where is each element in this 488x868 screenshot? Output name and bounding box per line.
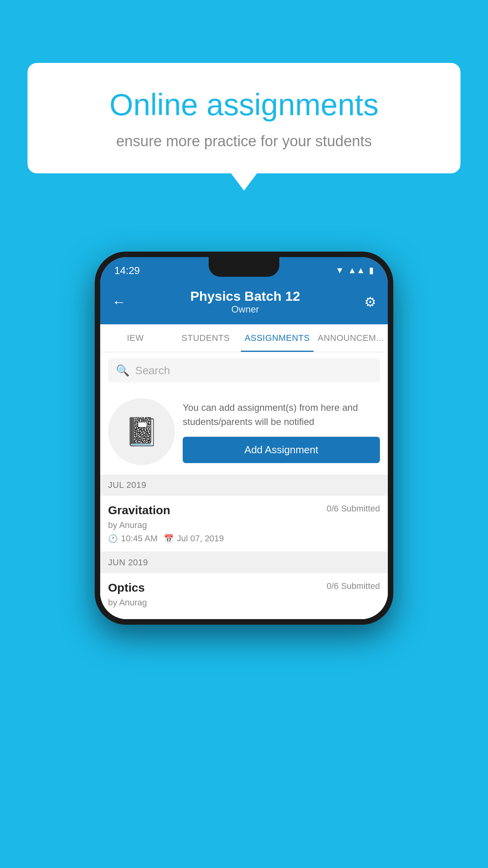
promo-description: You can add assignment(s) from here and … xyxy=(183,401,380,429)
tab-announcements[interactable]: ANNOUNCEM... xyxy=(314,324,388,352)
tab-iew[interactable]: IEW xyxy=(100,324,171,352)
search-input[interactable]: Search xyxy=(135,364,170,377)
tabs-bar: IEW STUDENTS ASSIGNMENTS ANNOUNCEM... xyxy=(100,324,388,352)
assignment-time: 🕐 10:45 AM xyxy=(108,533,158,544)
clock-icon: 🕐 xyxy=(108,534,118,543)
section-header-jul: JUL 2019 xyxy=(100,474,388,496)
content-area: 🔍 Search 📓 You can add assignment(s) fro… xyxy=(100,352,388,619)
search-box[interactable]: 🔍 Search xyxy=(108,359,380,383)
assignment-header: Gravitation 0/6 Submitted xyxy=(108,504,380,517)
assignment-title: Gravitation xyxy=(108,504,170,517)
speech-bubble-container: Online assignments ensure more practice … xyxy=(28,63,460,173)
bubble-subtitle: ensure more practice for your students xyxy=(55,133,433,150)
assignment-title-optics: Optics xyxy=(108,581,145,594)
tab-assignments[interactable]: ASSIGNMENTS xyxy=(241,324,314,352)
app-bar: ← Physics Batch 12 Owner ⚙ xyxy=(100,281,388,324)
app-bar-title: Physics Batch 12 xyxy=(190,289,300,304)
notebook-icon: 📓 xyxy=(125,416,159,448)
promo-card: 📓 You can add assignment(s) from here an… xyxy=(100,389,388,474)
assignment-item-optics[interactable]: Optics 0/6 Submitted by Anurag xyxy=(100,573,388,619)
assignment-header-optics: Optics 0/6 Submitted xyxy=(108,581,380,594)
assignment-by: by Anurag xyxy=(108,520,380,530)
assignment-by-optics: by Anurag xyxy=(108,598,380,608)
status-icons: ▼ ▲▲ ▮ xyxy=(336,265,374,276)
promo-icon-circle: 📓 xyxy=(108,398,175,465)
search-icon: 🔍 xyxy=(116,364,130,377)
app-bar-center: Physics Batch 12 Owner xyxy=(190,289,300,315)
wifi-icon: ▼ xyxy=(336,265,344,276)
app-bar-subtitle: Owner xyxy=(190,304,300,315)
settings-icon[interactable]: ⚙ xyxy=(364,294,376,310)
search-container: 🔍 Search xyxy=(100,352,388,389)
status-time: 14:29 xyxy=(114,265,140,277)
calendar-icon: 📅 xyxy=(164,534,174,543)
assignment-meta: 🕐 10:45 AM 📅 Jul 07, 2019 xyxy=(108,533,380,544)
add-assignment-button[interactable]: Add Assignment xyxy=(183,437,380,463)
section-header-jun: JUN 2019 xyxy=(100,552,388,573)
phone-screen: 14:29 ▼ ▲▲ ▮ ← Physics Batch 12 Owner ⚙ … xyxy=(100,257,388,619)
assignment-submitted: 0/6 Submitted xyxy=(327,504,380,514)
assignment-item-gravitation[interactable]: Gravitation 0/6 Submitted by Anurag 🕐 10… xyxy=(100,496,388,552)
bubble-title: Online assignments xyxy=(55,86,433,123)
assignment-date: 📅 Jul 07, 2019 xyxy=(164,533,224,544)
speech-bubble: Online assignments ensure more practice … xyxy=(28,63,460,173)
promo-text-area: You can add assignment(s) from here and … xyxy=(183,401,380,463)
signal-icon: ▲▲ xyxy=(348,265,365,276)
back-button[interactable]: ← xyxy=(112,294,126,310)
phone-outer: 14:29 ▼ ▲▲ ▮ ← Physics Batch 12 Owner ⚙ … xyxy=(95,252,393,625)
battery-icon: ▮ xyxy=(369,265,374,276)
phone-wrapper: 14:29 ▼ ▲▲ ▮ ← Physics Batch 12 Owner ⚙ … xyxy=(95,252,393,625)
assignment-submitted-optics: 0/6 Submitted xyxy=(327,581,380,591)
phone-notch xyxy=(209,257,279,277)
tab-students[interactable]: STUDENTS xyxy=(171,324,241,352)
